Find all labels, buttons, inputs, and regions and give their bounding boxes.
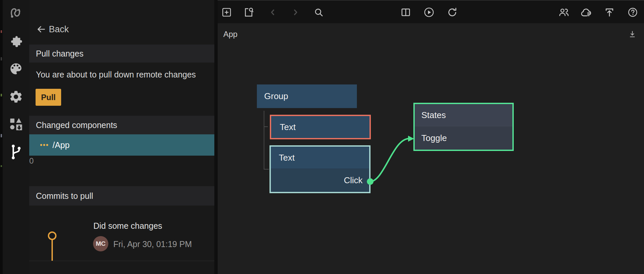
connection-click-to-toggle — [370, 136, 414, 182]
noodl-editor-window: Back Pull changes You are about to pull … — [0, 0, 644, 274]
node-title: Text — [280, 122, 296, 132]
back-label: Back — [49, 24, 69, 35]
edge-speck — [1, 134, 2, 137]
version-control-panel: Back Pull changes You are about to pull … — [29, 0, 214, 274]
background-window-edge — [0, 0, 3, 274]
edge-speck — [1, 57, 2, 61]
section-title: Pull changes — [36, 49, 83, 59]
section-header-changed-components: Changed components — [29, 116, 214, 134]
component-dots-icon — [40, 144, 48, 146]
section-title: Commits to pull — [36, 191, 93, 201]
node-text-1[interactable]: Text — [270, 115, 371, 139]
node-canvas[interactable]: Group Text Text Click States Toggle — [218, 23, 644, 274]
edge-speck — [1, 30, 2, 33]
section-title: Changed components — [36, 120, 117, 130]
edge-speck — [1, 94, 2, 96]
plugins-icon[interactable] — [3, 34, 29, 50]
node-title: Group — [264, 91, 288, 101]
noodl-logo-icon[interactable] — [3, 5, 29, 21]
commit-author-avatar: MC — [93, 236, 108, 251]
edge-speck — [1, 165, 2, 167]
changed-component-row[interactable]: /App — [29, 134, 214, 156]
divider — [29, 261, 214, 261]
icon-rail — [3, 0, 29, 274]
node-row-label: Toggle — [421, 133, 447, 143]
output-port-click[interactable] — [367, 178, 374, 185]
section-header-pull-changes: Pull changes — [29, 45, 214, 63]
node-states[interactable]: States Toggle — [413, 103, 514, 151]
pull-button[interactable]: Pull — [36, 89, 61, 106]
commit-item[interactable]: Did some changes MC Fri, Apr 30, 01:19 P… — [29, 206, 214, 261]
overflow-text: 0 — [29, 156, 34, 166]
pull-button-label: Pull — [41, 93, 55, 102]
commit-date: Fri, Apr 30, 01:19 PM — [113, 239, 192, 249]
back-arrow-icon — [36, 24, 46, 34]
commit-graph-node-icon — [48, 231, 56, 240]
commit-message: Did some changes — [93, 221, 162, 231]
node-group[interactable]: Group — [257, 84, 357, 108]
theme-icon[interactable] — [3, 61, 29, 77]
pull-message: You are about to pull down remote change… — [36, 70, 196, 79]
section-header-commits-to-pull: Commits to pull — [29, 186, 214, 206]
changed-component-label: /App — [53, 140, 69, 150]
commit-graph-line — [52, 240, 53, 261]
node-text-2[interactable]: Text Click — [269, 145, 371, 193]
back-button[interactable]: Back — [29, 20, 214, 39]
components-icon[interactable] — [3, 116, 29, 132]
settings-icon[interactable] — [3, 89, 29, 105]
panel-divider — [214, 0, 218, 274]
node-title: States — [421, 110, 446, 120]
main-area: App — [218, 0, 644, 274]
node-title: Text — [279, 153, 295, 163]
avatar-initials: MC — [96, 240, 106, 247]
node-output-label: Click — [344, 175, 363, 186]
version-control-icon[interactable] — [3, 144, 29, 160]
